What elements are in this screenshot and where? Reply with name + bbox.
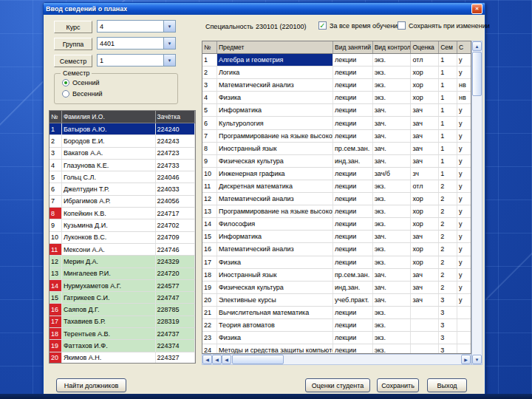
semester-number: 2 [439, 269, 457, 281]
titlebar[interactable]: Ввод сведений о планах × [44, 3, 485, 15]
subject-row[interactable]: 21Вычислительная математикалекцииэкз.3 [202, 307, 471, 319]
subject-row[interactable]: 8Иностранный языкпр.сем.зан.зач.зач1у [202, 143, 471, 155]
subject-row[interactable]: 3Математический анализлекцииэкз.хор1нв [202, 79, 471, 92]
column-header-control-type[interactable]: Вид контроля [373, 41, 412, 53]
student-row[interactable]: 12Мерин Д.А.224329 [50, 256, 195, 267]
column-header-record-book[interactable]: Зачётка [156, 111, 195, 123]
student-row[interactable]: 20Якимов А.Н.224327 [50, 352, 195, 364]
exit-button[interactable]: Выход [427, 378, 467, 392]
subject-row[interactable]: 19Физическая культураинд.зан.зач.зач2у [202, 282, 471, 294]
semester-number: 1 [439, 79, 457, 91]
horizontal-scroll-thumb[interactable] [232, 355, 284, 364]
first-record-button[interactable]: ◀ [202, 355, 212, 364]
subjects-vertical-scrollbar[interactable]: ▲ ▼ [471, 41, 482, 365]
subjects-table: № Предмет Вид занятий Вид контроля Оценк… [202, 41, 471, 354]
student-row[interactable]: 18Терентьев А.В.224737 [50, 328, 195, 340]
student-row[interactable]: 2Бородов Е.И.224243 [50, 135, 195, 147]
subject-row[interactable]: 2Логикалекцииэкз.хор1у [202, 66, 471, 79]
subject-row[interactable]: 24Методы и средства защиты компьютернойл… [202, 344, 471, 354]
column-header-number[interactable]: № [50, 111, 62, 123]
column-header-subject[interactable]: Предмет [217, 41, 333, 53]
student-row[interactable]: 14Нурмухаметов А.Г.224577 [50, 280, 195, 292]
subject-number: 14 [202, 218, 217, 230]
column-header-number[interactable]: № [202, 41, 217, 53]
subject-row[interactable]: 13Программирование на языке высокоголекц… [202, 205, 471, 218]
student-record-number: 224733 [156, 160, 195, 171]
student-row[interactable]: 16Саяпов Д.Г.228785 [50, 304, 195, 316]
scroll-down-arrow-icon[interactable]: ▼ [472, 355, 482, 364]
subject-row[interactable]: 17Физикалекцииэкз.хор2у [202, 256, 471, 269]
student-grades-button[interactable]: Оценки студента [305, 378, 370, 392]
student-row[interactable]: 3Вакатов А.А.224723 [50, 148, 195, 160]
chevron-down-icon[interactable]: ▼ [163, 55, 175, 66]
status-value [457, 344, 471, 354]
subject-row[interactable]: 4Физикалекцииэкз.хор1нв [202, 92, 471, 104]
column-header-semester[interactable]: Сем [439, 41, 457, 53]
semester-number: 3 [439, 344, 457, 354]
column-header-lesson-type[interactable]: Вид занятий [333, 41, 373, 53]
student-row[interactable]: 7Ибрагимов А.Р.224056 [50, 196, 195, 208]
semester-value: 1 [98, 55, 163, 66]
radio-autumn[interactable]: Осенний [62, 79, 100, 86]
vertical-scroll-track[interactable] [472, 51, 482, 355]
column-header-status[interactable]: С [457, 41, 471, 53]
group-select[interactable]: 4401 ▼ [97, 37, 176, 50]
student-row[interactable]: 11Мексони А.А.224746 [50, 244, 195, 256]
checkbox-all-time[interactable]: ✓ За все время обучения [318, 21, 401, 30]
student-name: Мерин Д.А. [62, 256, 156, 267]
student-row[interactable]: 17Тахавиев Б.Р.228319 [50, 316, 195, 328]
prev-record-button[interactable]: ◀ [212, 355, 222, 364]
subject-row[interactable]: 12Математический анализлекцииэкз.хор2у [202, 193, 471, 205]
student-row[interactable]: 19Фаттахов И.Ф.224374 [50, 340, 195, 352]
horizontal-scroll-track[interactable] [231, 355, 461, 364]
student-record-number: 224577 [156, 280, 195, 291]
subject-row[interactable]: 23Физикалекцииэкз.3 [202, 332, 471, 344]
column-header-name[interactable]: Фамилия И.О. [62, 111, 156, 123]
student-row[interactable]: 6Джелтудин Т.Р.224033 [50, 183, 195, 195]
semester-select[interactable]: 1 ▼ [97, 54, 176, 66]
find-debtors-button[interactable]: Найти должников [56, 378, 126, 392]
subject-row[interactable]: 15Информатикалекциизач.зач2у [202, 231, 471, 243]
subject-row[interactable]: 14Философиялекцииэкз.хор2у [202, 218, 471, 231]
scroll-left-arrow-icon[interactable]: ◀ [222, 355, 231, 364]
chevron-down-icon[interactable]: ▼ [163, 38, 175, 49]
subject-row[interactable]: 18Иностранный языкпр.сем.зан.зач.зач2у [202, 269, 471, 282]
student-row[interactable]: 8Копейкин К.В.224717 [50, 208, 195, 219]
vertical-scroll-thumb[interactable] [472, 52, 482, 96]
student-row[interactable]: 5Гольц С.Л.224046 [50, 171, 195, 183]
student-row[interactable]: 9Кузьмина Д.И.224702 [50, 219, 195, 231]
subject-row[interactable]: 5Информатикалекциизач.зач1у [202, 104, 471, 117]
subject-row[interactable]: 9Физическая культураинд.зан.зач.зач1у [202, 155, 471, 168]
subject-row[interactable]: 16Математический анализлекцииэкз.хор2у [202, 243, 471, 256]
subject-row[interactable]: 1Алгебра и геометриялекцииэкз.отл1у [202, 54, 471, 66]
student-row[interactable]: 15Гатрикеев С.И.224747 [50, 292, 195, 304]
subject-row[interactable]: 20Элективные курсыучеб.практ.зач.зач3у [202, 294, 471, 307]
subject-row[interactable]: 7Программирование на языке высокоголекци… [202, 130, 471, 143]
close-button[interactable]: × [471, 4, 482, 14]
subject-number: 15 [202, 231, 217, 242]
subject-name: Философия [217, 218, 333, 230]
scroll-right-arrow-icon[interactable]: ▶ [461, 355, 471, 364]
radio-spring[interactable]: Весенний [62, 90, 103, 98]
course-select[interactable]: 4 ▼ [97, 20, 176, 33]
subject-row[interactable]: 11Дискретная математикалекцииэкз.отл2у [202, 180, 471, 193]
subject-row[interactable]: 6Культурологиялекциизач.зач1у [202, 117, 471, 129]
status-value: нв [457, 79, 471, 91]
subject-row[interactable]: 10Инженерная графикалекциизач/бзч1у [202, 168, 471, 180]
radio-checked-icon [62, 79, 69, 86]
checkbox-save-on-change[interactable]: Сохранять при изменении [398, 21, 490, 30]
student-row[interactable]: 13Мингалеев Р.И.224720 [50, 268, 195, 280]
subjects-horizontal-scrollbar[interactable]: ◀ ◀ ◀ ▶ [202, 354, 471, 365]
scroll-up-arrow-icon[interactable]: ▲ [472, 41, 482, 51]
column-header-grade[interactable]: Оценка [411, 41, 439, 53]
student-row[interactable]: 1Батыров А.Ю.224240 [50, 123, 195, 135]
lesson-type: лекции [333, 92, 373, 103]
student-row[interactable]: 10Луконков В.С.224709 [50, 232, 195, 244]
lesson-type: лекции [333, 218, 373, 230]
subject-name: Программирование на языке высокого [217, 205, 333, 217]
chevron-down-icon[interactable]: ▼ [163, 21, 175, 32]
save-button[interactable]: Сохранить [377, 378, 419, 392]
subject-row[interactable]: 22Теория автоматовлекцииэкз.3 [202, 319, 471, 332]
control-type: зач. [373, 294, 412, 306]
student-row[interactable]: 4Глазунова К.Е.224733 [50, 160, 195, 171]
